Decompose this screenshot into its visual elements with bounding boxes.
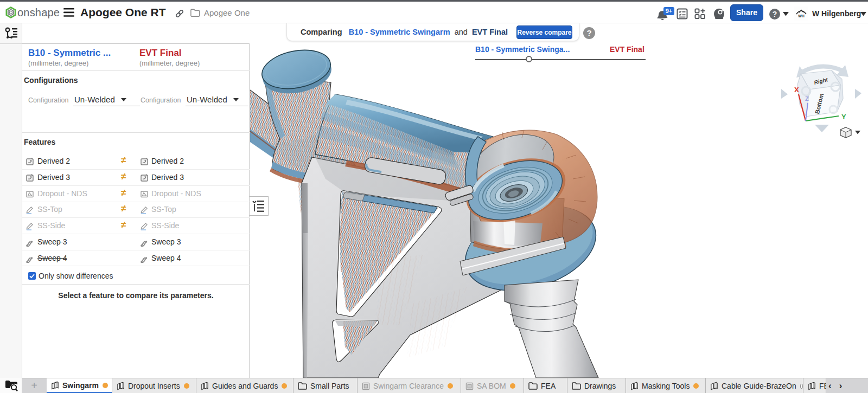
svg-text:9+: 9+ — [666, 8, 673, 14]
svg-text:?: ? — [773, 10, 777, 18]
svg-text:WH: WH — [798, 14, 805, 18]
svg-text:Z: Z — [805, 95, 809, 102]
svg-text:Y: Y — [841, 113, 846, 121]
svg-text:X: X — [794, 86, 799, 94]
